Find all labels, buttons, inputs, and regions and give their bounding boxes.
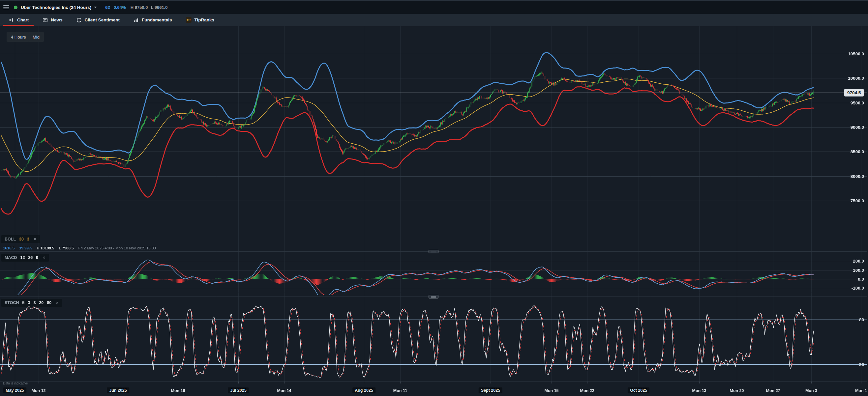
time-axis-label: Mon 15 bbox=[544, 388, 558, 393]
tab-tipranks[interactable]: TR TipRanks bbox=[179, 14, 221, 26]
grip-line bbox=[431, 252, 436, 252]
price-axis-label: 9500.0 bbox=[850, 100, 864, 105]
macd-slow[interactable]: 26 bbox=[28, 255, 33, 260]
tab-label: TipRanks bbox=[194, 18, 215, 23]
boll-period[interactable]: 30 bbox=[19, 237, 24, 241]
tab-fundamentals[interactable]: Fundamentals bbox=[127, 14, 179, 26]
bar-chart-icon bbox=[133, 18, 139, 23]
price-axis-label: 8500.0 bbox=[850, 149, 864, 154]
visible-range: Fri 2 May 2025 4:00 - Mon 10 Nov 2025 16… bbox=[78, 246, 156, 250]
change-percent: 0.64% bbox=[114, 5, 126, 10]
time-axis-label: May 2025 bbox=[3, 388, 26, 393]
indicator-name: STOCH bbox=[5, 300, 19, 305]
macd-axis-label: 0.0 bbox=[858, 277, 864, 282]
range-low: L 7908.5 bbox=[59, 246, 73, 250]
price-axis-label: 8000.0 bbox=[850, 174, 864, 178]
tab-client-sentiment[interactable]: Client Sentiment bbox=[69, 14, 127, 26]
time-axis-label: Mon 16 bbox=[171, 388, 185, 393]
interval-button[interactable]: 4 Hours bbox=[7, 32, 30, 42]
time-axis-label: Mon 11 bbox=[393, 388, 407, 393]
stoch-d[interactable]: 3 bbox=[33, 300, 36, 305]
stoch-oversold[interactable]: 20 bbox=[39, 300, 43, 305]
session-low: L 9661.0 bbox=[151, 5, 167, 10]
tab-chart[interactable]: Chart bbox=[2, 14, 36, 26]
change-value: 62 bbox=[105, 5, 110, 10]
time-axis-label: Mon 22 bbox=[580, 388, 594, 393]
market-open-dot bbox=[14, 6, 18, 9]
macd-fast[interactable]: 12 bbox=[21, 255, 25, 260]
grip-line bbox=[431, 296, 436, 297]
top-navbar: Uber Technologies Inc (24 Hours) 62 0.64… bbox=[0, 0, 868, 14]
time-axis-label: Aug 2025 bbox=[352, 388, 375, 393]
tab-label: Chart bbox=[17, 18, 29, 23]
price-axis-label: 7500.0 bbox=[850, 198, 864, 203]
time-axis-label: Jul 2025 bbox=[228, 388, 249, 393]
range-info-row: 1616.5 19.99% H 10198.5 L 7908.5 Fri 2 M… bbox=[3, 246, 160, 250]
grip-line bbox=[431, 297, 436, 297]
macd-axis-label: -100.0 bbox=[851, 286, 864, 291]
session-high: H 9750.0 bbox=[130, 5, 148, 10]
time-axis-label: Mon 13 bbox=[692, 388, 706, 393]
tab-label: News bbox=[51, 18, 62, 23]
price-chart-canvas[interactable] bbox=[0, 0, 868, 396]
time-axis-label: Oct 2025 bbox=[628, 388, 649, 393]
stoch-axis-label: 80 bbox=[859, 317, 864, 322]
boll-stddev[interactable]: 3 bbox=[27, 237, 29, 241]
time-axis-label: Mon 27 bbox=[766, 388, 780, 393]
instrument-title[interactable]: Uber Technologies Inc (24 Hours) bbox=[21, 5, 91, 10]
range-change-percent: 19.99% bbox=[19, 246, 32, 250]
tab-news[interactable]: News bbox=[36, 14, 69, 26]
tab-label: Client Sentiment bbox=[85, 18, 120, 23]
close-icon[interactable]: ✕ bbox=[42, 255, 45, 260]
stoch-axis-label: 20 bbox=[859, 362, 864, 367]
stoch-k[interactable]: 5 bbox=[23, 300, 25, 305]
menu-icon[interactable] bbox=[3, 5, 9, 9]
macd-signal[interactable]: 9 bbox=[36, 255, 38, 260]
close-icon[interactable]: ✕ bbox=[55, 300, 59, 305]
close-icon[interactable]: ✕ bbox=[33, 237, 37, 241]
current-price-badge: 9704.5 bbox=[844, 89, 864, 97]
price-axis-label: 9000.0 bbox=[850, 125, 864, 129]
indicator-name: BOLL bbox=[5, 237, 16, 241]
data-indicative-note: Data is indicative bbox=[3, 382, 28, 385]
news-icon bbox=[42, 18, 48, 23]
time-axis-label: Jun 2025 bbox=[107, 388, 129, 393]
macd-axis-label: 200.0 bbox=[853, 259, 864, 264]
active-tab-indicator bbox=[3, 25, 34, 26]
candlestick-chart-icon bbox=[9, 18, 14, 23]
time-axis-label: Mon 3 bbox=[805, 388, 817, 393]
boll-legend: BOLL 30 3 ✕ bbox=[1, 235, 40, 243]
time-axis-label: Mon 1 bbox=[855, 388, 867, 393]
stoch-legend: STOCH 5 3 3 20 80 ✕ bbox=[1, 299, 62, 307]
time-axis-label: Mon 14 bbox=[277, 388, 291, 393]
time-axis-label: Mon 12 bbox=[31, 388, 45, 393]
tab-bar: Chart News Client Sentiment bbox=[0, 14, 868, 26]
time-axis-label: Mon 20 bbox=[730, 388, 744, 393]
tipranks-icon: TR bbox=[186, 17, 191, 23]
price-axis-label: 10500.0 bbox=[848, 52, 864, 56]
indicator-name: MACD bbox=[5, 255, 17, 260]
panel-resize-handle[interactable] bbox=[429, 250, 438, 253]
style-button[interactable]: Mid bbox=[28, 32, 44, 42]
chevron-down-icon[interactable] bbox=[94, 7, 97, 8]
stoch-overbought[interactable]: 80 bbox=[47, 300, 52, 305]
range-high: H 10198.5 bbox=[37, 246, 54, 250]
panel-resize-handle[interactable] bbox=[429, 295, 438, 298]
price-axis-label: 10000.0 bbox=[848, 76, 864, 81]
time-axis-label: Sept 2025 bbox=[479, 388, 502, 393]
macd-legend: MACD 12 26 9 ✕ bbox=[1, 254, 49, 262]
range-change-value: 1616.5 bbox=[3, 246, 14, 250]
tab-label: Fundamentals bbox=[142, 18, 172, 23]
stoch-slow[interactable]: 3 bbox=[28, 300, 30, 305]
trading-platform: Uber Technologies Inc (24 Hours) 62 0.64… bbox=[0, 0, 868, 396]
sentiment-refresh-icon bbox=[76, 18, 82, 23]
macd-axis-label: 100.0 bbox=[853, 267, 864, 272]
